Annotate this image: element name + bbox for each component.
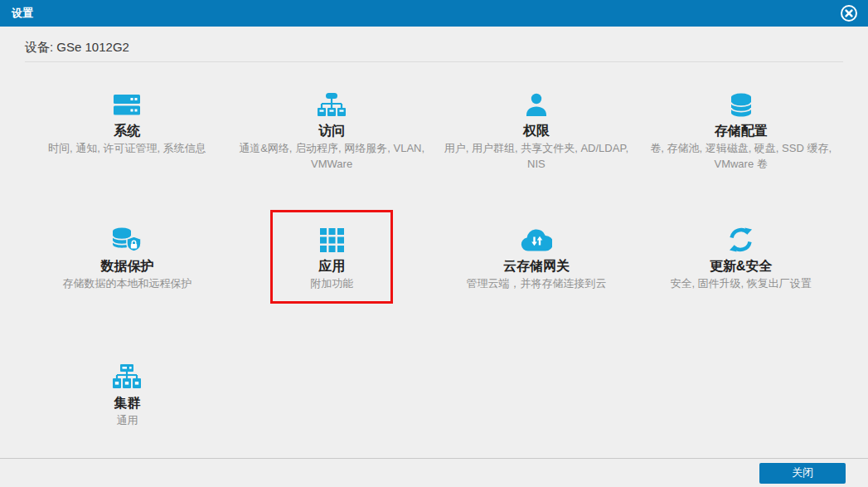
tile-description: 附加功能 (310, 275, 353, 291)
database-icon (730, 92, 752, 117)
tile-title[interactable]: 存储配置 (715, 122, 768, 139)
tile-access[interactable]: 访问 通道&网络, 启动程序, 网络服务, VLAN, VMWare (230, 62, 434, 189)
tile-box: 数据保护 存储数据的本地和远程保护 (56, 210, 197, 304)
tile-title[interactable]: 集群 (114, 394, 140, 412)
tile-applications[interactable]: 应用 附加功能 (230, 189, 434, 335)
tile-box: 云存储网关 管理云端，并将存储连接到云 (460, 210, 612, 304)
user-icon (525, 92, 548, 117)
device-header: 设备: GSe 1012G2 (0, 27, 868, 61)
tile-title[interactable]: 访问 (318, 122, 345, 139)
tile-title[interactable]: 云存储网关 (503, 257, 570, 275)
tile-box: 访问 通道&网络, 启动程序, 网络服务, VLAN, VMWare (230, 75, 434, 184)
tile-title[interactable]: 更新&安全 (710, 257, 773, 275)
app-grid-icon (320, 227, 344, 252)
database-shield-icon (112, 227, 142, 252)
tile-title[interactable]: 权限 (523, 122, 550, 139)
tile-description: 通用 (116, 412, 138, 428)
tile-description: 管理云端，并将存储连接到云 (466, 275, 606, 291)
tile-title[interactable]: 系统 (114, 122, 140, 139)
server-icon (113, 92, 141, 117)
settings-dialog: 设置 设备: GSe 1012G2 系统 时间, 通知, 许可证管理, 系统信息… (0, 0, 868, 487)
tile-box: 存储配置 卷, 存储池, 逻辑磁盘, 硬盘, SSD 缓存, VMware 卷 (638, 75, 843, 184)
tile-data-protection[interactable]: 数据保护 存储数据的本地和远程保护 (25, 189, 230, 335)
tile-description: 时间, 通知, 许可证管理, 系统信息 (48, 140, 206, 156)
cluster-icon (112, 364, 142, 389)
tile-box: 集群 通用 (65, 347, 188, 441)
dialog-titlebar: 设置 (0, 0, 868, 27)
tile-description: 卷, 存储池, 逻辑磁盘, 硬盘, SSD 缓存, VMware 卷 (644, 140, 837, 172)
settings-grid: 系统 时间, 通知, 许可证管理, 系统信息 访问 通道&网络, 启动程序, 网… (25, 62, 843, 458)
tile-storage-config[interactable]: 存储配置 卷, 存储池, 逻辑磁盘, 硬盘, SSD 缓存, VMware 卷 (638, 62, 843, 189)
tile-description: 存储数据的本地和远程保护 (62, 275, 192, 291)
tile-privilege[interactable]: 权限 用户, 用户群组, 共享文件夹, AD/LDAP, NIS (434, 62, 639, 189)
tile-update-security[interactable]: 更新&安全 安全, 固件升级, 恢复出厂设置 (638, 189, 843, 335)
tile-system[interactable]: 系统 时间, 通知, 许可证管理, 系统信息 (25, 62, 230, 189)
circle-x-icon[interactable] (840, 4, 858, 22)
sync-icon (728, 227, 754, 252)
tile-description: 用户, 用户群组, 共享文件夹, AD/LDAP, NIS (440, 140, 633, 172)
tile-cluster[interactable]: 集群 通用 (25, 335, 230, 458)
tile-box: 权限 用户, 用户群组, 共享文件夹, AD/LDAP, NIS (434, 75, 639, 184)
network-icon (317, 92, 347, 117)
tile-title[interactable]: 数据保护 (100, 257, 153, 275)
tile-description: 通道&网络, 启动程序, 网络服务, VLAN, VMWare (235, 140, 429, 172)
tile-cloud-gateway[interactable]: 云存储网关 管理云端，并将存储连接到云 (434, 189, 639, 335)
close-button[interactable]: 关闭 (759, 463, 846, 484)
dialog-title: 设置 (12, 6, 840, 21)
tile-title[interactable]: 应用 (318, 257, 345, 275)
tile-box: 系统 时间, 通知, 许可证管理, 系统信息 (42, 75, 212, 168)
tile-description: 安全, 固件升级, 恢复出厂设置 (670, 275, 811, 291)
dialog-footer: 关闭 (0, 458, 868, 487)
tile-box: 应用 附加功能 (270, 210, 393, 304)
tile-box: 更新&安全 安全, 固件升级, 恢复出厂设置 (664, 210, 817, 304)
device-name-label: 设备: GSe 1012G2 (25, 40, 129, 54)
cloud-sync-icon (521, 227, 552, 252)
